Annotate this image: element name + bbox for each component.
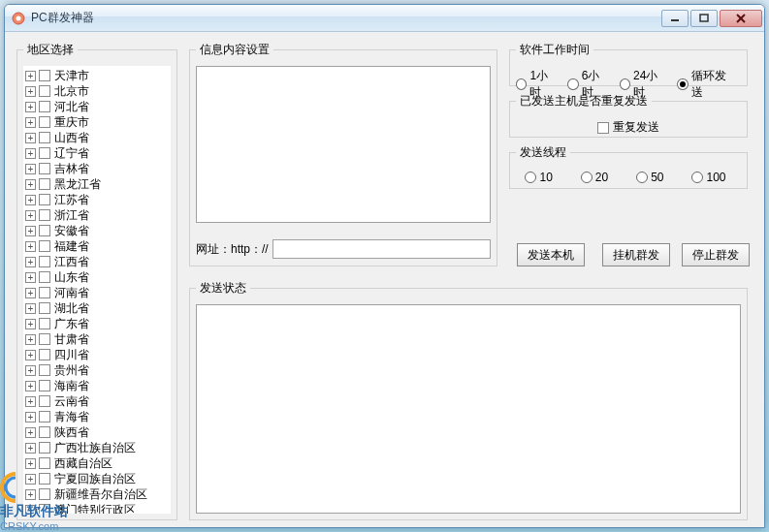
tree-row[interactable]: +浙江省 [25,207,169,223]
tree-row[interactable]: +贵州省 [25,362,169,378]
tree-checkbox[interactable] [39,302,50,314]
tree-row[interactable]: +甘肃省 [25,331,169,347]
tree-row[interactable]: +河北省 [25,99,169,114]
tree-checkbox[interactable] [39,256,50,267]
tree-row[interactable]: +北京市 [25,83,169,99]
tree-row[interactable]: +四川省 [25,347,169,362]
tree-checkbox[interactable] [39,395,50,407]
thread-radio[interactable]: 100 [691,171,725,184]
tree-checkbox[interactable] [39,209,50,221]
tree-checkbox[interactable] [39,225,50,236]
tree-checkbox[interactable] [39,442,50,454]
tree-checkbox[interactable] [39,85,50,97]
tree-row[interactable]: +山东省 [25,269,169,285]
status-box[interactable] [196,304,741,514]
thread-radio[interactable]: 50 [636,171,663,184]
expand-icon[interactable]: + [25,443,36,454]
tree-checkbox[interactable] [39,70,50,81]
tree-checkbox[interactable] [39,287,50,298]
region-tree[interactable]: +天津市+北京市+河北省+重庆市+山西省+辽宁省+吉林省+黑龙江省+江苏省+浙江… [23,66,171,514]
thread-radio[interactable]: 10 [525,171,552,184]
tree-row[interactable]: +辽宁省 [25,145,169,161]
expand-icon[interactable]: + [25,505,36,515]
tree-row[interactable]: +湖北省 [25,300,169,316]
expand-icon[interactable]: + [25,350,36,360]
expand-icon[interactable]: + [25,117,36,128]
tree-row[interactable]: +云南省 [25,393,169,409]
expand-icon[interactable]: + [25,133,36,143]
tree-checkbox[interactable] [39,364,50,376]
tree-checkbox[interactable] [39,504,50,514]
expand-icon[interactable]: + [25,396,36,407]
expand-icon[interactable]: + [25,241,36,252]
maximize-button[interactable] [690,10,718,27]
tree-checkbox[interactable] [39,132,50,143]
expand-icon[interactable]: + [25,427,36,438]
tree-row[interactable]: +陕西省 [25,424,169,440]
tree-row[interactable]: +安徽省 [25,223,169,238]
tree-row[interactable]: +海南省 [25,378,169,393]
tree-checkbox[interactable] [39,318,50,329]
auto-send-button[interactable]: 挂机群发 [602,243,670,266]
expand-icon[interactable]: + [25,381,36,391]
tree-checkbox[interactable] [39,116,50,128]
tree-row[interactable]: +重庆市 [25,114,169,130]
tree-row[interactable]: +广西壮族自治区 [25,440,169,455]
tree-row[interactable]: +黑龙江省 [25,176,169,192]
stop-send-button[interactable]: 停止群发 [682,243,750,266]
tree-checkbox[interactable] [39,457,50,469]
expand-icon[interactable]: + [25,458,36,469]
expand-icon[interactable]: + [25,148,36,159]
tree-checkbox[interactable] [39,426,50,438]
expand-icon[interactable]: + [25,474,36,485]
tree-row[interactable]: +西藏自治区 [25,455,169,471]
tree-checkbox[interactable] [39,163,50,174]
expand-icon[interactable]: + [25,272,36,283]
expand-icon[interactable]: + [25,179,36,190]
tree-checkbox[interactable] [39,178,50,190]
expand-icon[interactable]: + [25,164,36,174]
expand-icon[interactable]: + [25,319,36,329]
expand-icon[interactable]: + [25,257,36,267]
expand-icon[interactable]: + [25,412,36,422]
tree-row[interactable]: +宁夏回族自治区 [25,471,169,486]
tree-checkbox[interactable] [39,349,50,360]
expand-icon[interactable]: + [25,195,36,205]
expand-icon[interactable]: + [25,489,36,500]
tree-checkbox[interactable] [39,194,50,205]
tree-checkbox[interactable] [39,333,50,345]
tree-checkbox[interactable] [39,380,50,391]
expand-icon[interactable]: + [25,288,36,298]
tree-row[interactable]: +青海省 [25,409,169,424]
titlebar[interactable]: PC群发神器 [5,5,764,32]
repeat-checkbox[interactable]: 重复发送 [516,117,741,136]
expand-icon[interactable]: + [25,365,36,376]
tree-checkbox[interactable] [39,473,50,485]
tree-row[interactable]: +天津市 [25,68,169,83]
expand-icon[interactable]: + [25,303,36,314]
tree-checkbox[interactable] [39,147,50,159]
tree-checkbox[interactable] [39,240,50,252]
tree-row[interactable]: +广东省 [25,316,169,331]
close-button[interactable] [720,10,762,27]
tree-row[interactable]: +江苏省 [25,192,169,207]
tree-row[interactable]: +江西省 [25,254,169,269]
tree-row[interactable]: +河南省 [25,285,169,300]
expand-icon[interactable]: + [25,334,36,345]
tree-checkbox[interactable] [39,488,50,500]
tree-checkbox[interactable] [39,411,50,422]
expand-icon[interactable]: + [25,102,36,112]
minimize-button[interactable] [661,10,689,27]
send-local-button[interactable]: 发送本机 [517,243,585,266]
tree-checkbox[interactable] [39,101,50,112]
expand-icon[interactable]: + [25,210,36,221]
tree-row[interactable]: +新疆维吾尔自治区 [25,486,169,502]
url-input[interactable] [272,239,491,259]
tree-row[interactable]: +澳门特别行政区 [25,502,169,514]
expand-icon[interactable]: + [25,71,36,81]
tree-row[interactable]: +福建省 [25,238,169,254]
tree-row[interactable]: +山西省 [25,130,169,145]
expand-icon[interactable]: + [25,86,36,97]
message-textarea[interactable] [196,66,491,223]
tree-checkbox[interactable] [39,271,50,283]
